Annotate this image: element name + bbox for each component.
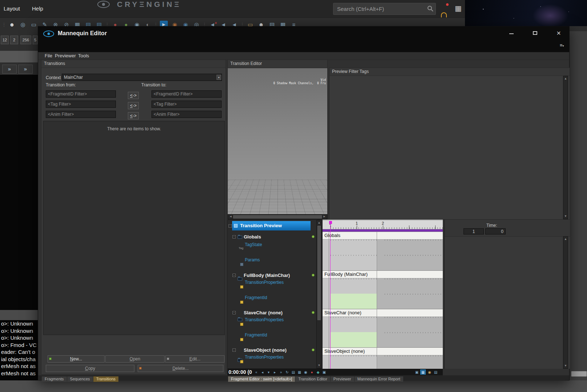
menu-help[interactable]: Help: [32, 0, 43, 17]
tree-item[interactable]: TransitionProperties: [245, 280, 284, 285]
tab-sequences[interactable]: Sequences: [67, 376, 93, 382]
dopesheet-icon[interactable]: ▣: [414, 369, 420, 375]
scroll-up-icon[interactable]: ▲: [317, 221, 321, 225]
tree-group-slavechar[interactable]: SlaveChar (none): [244, 309, 283, 317]
vertical-scrollbar[interactable]: ▲ ▼: [563, 236, 568, 369]
time-field-b[interactable]: [485, 228, 506, 234]
tree-item-params[interactable]: Params: [245, 257, 260, 262]
tab-previewer[interactable]: Previewer: [331, 376, 354, 382]
step-forward-icon[interactable]: ▸: [272, 369, 278, 375]
loop-icon[interactable]: ↻: [284, 369, 290, 375]
swap-button[interactable]: <->: [128, 102, 139, 109]
curve-editor-icon[interactable]: ▦: [420, 369, 426, 375]
anim-filter-to[interactable]: [151, 111, 222, 118]
track-group-header[interactable]: Globals: [323, 232, 443, 240]
tree-group-slaveobject[interactable]: SlaveObject (none): [244, 346, 287, 354]
menu-file[interactable]: File: [45, 52, 52, 60]
background-scrollbar-thumb[interactable]: [571, 371, 587, 377]
list-icon[interactable]: ▤: [433, 369, 438, 375]
scroll-up-icon[interactable]: ▲: [563, 237, 568, 241]
scrollbar-thumb[interactable]: [317, 226, 321, 320]
new-button[interactable]: New...: [48, 355, 105, 363]
go-end-icon[interactable]: »: [278, 369, 284, 375]
scrollbar-thumb[interactable]: [233, 215, 322, 219]
time-field-a[interactable]: [463, 228, 484, 234]
select-tool-icon[interactable]: ▭: [30, 21, 38, 29]
tree-item[interactable]: TransitionProperties: [245, 317, 284, 322]
expander-icon[interactable]: −: [232, 235, 236, 238]
context-combo[interactable]: MainChar: [62, 74, 222, 81]
zoom-tool-icon[interactable]: ◎: [19, 21, 27, 29]
track-group-header[interactable]: SlaveObject (none): [323, 347, 443, 355]
search-input[interactable]: [333, 3, 436, 15]
open-button[interactable]: Open: [105, 355, 165, 363]
menu-previewer[interactable]: Previewer: [55, 52, 76, 60]
tag-filter-from[interactable]: [46, 101, 116, 108]
track-row[interactable]: [323, 278, 443, 294]
timeline-ruler[interactable]: 0 1 2: [323, 221, 443, 229]
fragment-clip[interactable]: [331, 294, 377, 309]
size-button[interactable]: 5: [33, 36, 38, 44]
dropdown-icon[interactable]: ▾: [266, 369, 271, 375]
record-icon[interactable]: ●: [309, 369, 315, 375]
go-start-icon[interactable]: «: [254, 369, 259, 375]
track-row[interactable]: [323, 255, 443, 270]
expander-icon[interactable]: −: [232, 274, 236, 277]
copy-button[interactable]: Copy: [46, 365, 134, 372]
size-button[interactable]: 12: [1, 36, 9, 44]
fragmentid-filter-to[interactable]: [151, 90, 222, 98]
track-row[interactable]: [323, 240, 443, 255]
transitions-list[interactable]: There are no items to show.: [43, 121, 225, 335]
menu-tools[interactable]: Tools: [78, 52, 89, 60]
size-button[interactable]: 256: [20, 36, 31, 44]
sphere-small-icon[interactable]: ◉: [427, 369, 432, 375]
expander-icon[interactable]: −: [232, 311, 236, 314]
jump-forward-button[interactable]: »: [18, 65, 33, 74]
edit-button[interactable]: Edit...: [165, 355, 224, 363]
tag-filter-to[interactable]: [151, 101, 222, 108]
scroll-down-icon[interactable]: ▼: [563, 364, 568, 368]
step-back-icon[interactable]: ◂: [260, 369, 265, 375]
person-icon[interactable]: ☻: [8, 21, 16, 29]
vertical-scrollbar[interactable]: ▲ ▼: [563, 76, 568, 219]
tab-fragments[interactable]: Fragments: [42, 376, 67, 382]
tree-item[interactable]: TransitionProperties: [245, 355, 284, 360]
jump-back-button[interactable]: »: [2, 65, 17, 74]
track-row[interactable]: [323, 317, 443, 332]
tab-error-report[interactable]: Mannequin Error Report: [355, 376, 403, 382]
frame-icon[interactable]: ▣: [321, 369, 327, 375]
track-row[interactable]: [323, 355, 443, 369]
anim-filter-from[interactable]: [46, 111, 116, 118]
scroll-down-icon[interactable]: ▼: [317, 363, 321, 368]
expander-icon[interactable]: −: [232, 348, 236, 352]
size-button[interactable]: 2: [10, 36, 18, 44]
playhead-marker[interactable]: [329, 221, 332, 224]
tree-item[interactable]: FragmentId: [245, 332, 267, 338]
close-button[interactable]: ×: [552, 29, 565, 37]
track-group-header[interactable]: FullBody (MainChar): [323, 270, 443, 278]
notifications-bell-icon[interactable]: [441, 12, 447, 17]
fragment-clip[interactable]: [331, 332, 377, 347]
track-row-fragment[interactable]: [323, 294, 443, 309]
playhead-line[interactable]: [330, 221, 331, 369]
swap-button[interactable]: <->: [128, 92, 139, 99]
film-icon[interactable]: ▤: [291, 369, 296, 375]
track-group-header[interactable]: SlaveChar (none): [323, 309, 443, 317]
horizontal-scrollbar[interactable]: ◄ ►: [228, 214, 327, 219]
search-icon[interactable]: [427, 5, 434, 12]
track-row-fragment[interactable]: [323, 332, 443, 347]
minimize-button[interactable]: [505, 29, 518, 38]
root-expander-icon[interactable]: −: [228, 224, 232, 228]
swap-button[interactable]: <->: [128, 112, 139, 119]
tree-group-fullbody[interactable]: FullBody (MainChar): [244, 271, 290, 279]
window-titlebar[interactable]: Mannequin Editor × ≡▾: [38, 26, 569, 52]
scroll-left-icon[interactable]: ◄: [229, 215, 232, 219]
combo-dropdown-icon[interactable]: ▾: [216, 75, 221, 80]
tab-fragment-editor[interactable]: Fragment Editor : swim [<default>]: [228, 376, 295, 382]
maximize-button[interactable]: [529, 29, 541, 37]
scroll-up-icon[interactable]: ▲: [563, 77, 568, 81]
fragmentid-filter-from[interactable]: [46, 90, 116, 98]
layout-grid-icon[interactable]: ▦: [455, 4, 462, 13]
delete-button[interactable]: Delete...: [138, 365, 223, 372]
tree-item-tagstate[interactable]: TagState: [245, 242, 262, 247]
